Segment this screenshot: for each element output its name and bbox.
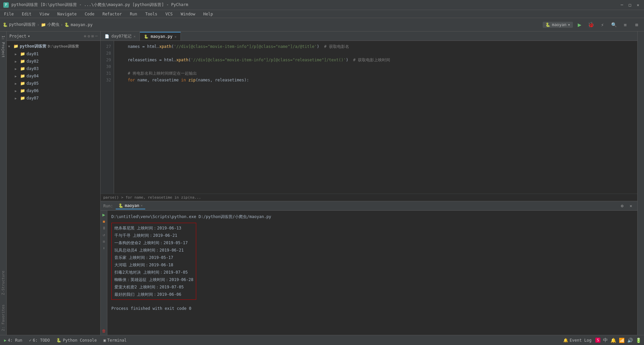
tab-maoyan[interactable]: 🐍 maoyan.py ✕	[140, 32, 181, 41]
folder-day01[interactable]: ▶ 📁 day01	[7, 50, 100, 58]
run-panel: Run: 🐍 maoyan ✕ ⚙ ✕ ▶ ◼ ⏸	[101, 201, 637, 335]
toolbar-folder-icon: 📁	[41, 22, 46, 27]
code-lines[interactable]: names = html.xpath('//div[@class="movie-…	[114, 41, 637, 194]
expand-icon[interactable]: ⊞	[92, 34, 94, 39]
folder-day02[interactable]: ▶ 📁 day02	[7, 58, 100, 65]
terminal-button[interactable]: ▣ Terminal	[102, 337, 128, 343]
locate-icon[interactable]: ⊕	[84, 34, 86, 39]
day02-label: day02	[26, 59, 39, 64]
root-name: python训练营	[20, 44, 46, 49]
event-log-button[interactable]: 🔔 Event Log	[562, 337, 593, 343]
run-scroll-button[interactable]: ⬇	[101, 246, 107, 251]
collapse-icon[interactable]: ─	[95, 34, 98, 39]
folder-day03[interactable]: ▶ 📁 day03	[7, 65, 100, 72]
bottom-bar: ▶ 4: Run ✓ 6: TODO 🐍 Python Console ▣ Te…	[0, 335, 644, 345]
run-coverage-button[interactable]: ⚡	[598, 20, 607, 29]
breadcrumb-bar: parse() > for name, releasetime in zip(n…	[101, 194, 637, 201]
toolbar-project-name[interactable]: python训练营	[9, 22, 36, 27]
code-line-31: # 将电影名和上映时间绑定在一起输出	[118, 70, 633, 77]
todo-button[interactable]: ✓ 6: TODO	[28, 337, 51, 343]
sogou-badge: S	[595, 338, 600, 343]
favorites-tab[interactable]: 2: Favorites	[0, 303, 6, 332]
debug-button[interactable]: 🐞	[586, 20, 596, 29]
run-tab-close[interactable]: ✕	[141, 204, 143, 207]
project-header: Project ▾ ⊕ ⚙ ⊞ ─	[7, 31, 100, 41]
run-rerun-button[interactable]: ↺	[101, 232, 107, 237]
menu-navigate[interactable]: Navigate	[56, 11, 78, 17]
toolbar-breadcrumb1[interactable]: 小爬虫	[47, 22, 59, 27]
window-controls[interactable]: ─ □ ✕	[619, 2, 641, 8]
battery-icon[interactable]: 🔋	[636, 338, 641, 343]
run-button[interactable]: ▶	[575, 20, 584, 29]
menu-view[interactable]: View	[38, 11, 51, 17]
python-console-label: Python Console	[63, 338, 97, 343]
folder-day07[interactable]: ▶ 📁 day07	[7, 94, 100, 102]
day07-icon: 📁	[20, 96, 25, 100]
run-indicator-icon: ▶	[4, 338, 6, 343]
run-command: D:\untitled\venv\Scripts\python.exe D:/p…	[111, 213, 633, 220]
code-view: 27 28 29 30 31 32 names = html.xpath('//…	[101, 41, 637, 201]
run-delete-button[interactable]: 🗑	[101, 328, 107, 334]
output-line-4: 玩具总动员4 上映时间：2019-06-21	[114, 247, 193, 254]
day06-expand: ▶	[15, 89, 19, 93]
run-tab-maoyan[interactable]: 🐍 maoyan ✕	[116, 203, 145, 209]
settings-icon[interactable]: ⚙	[88, 34, 90, 39]
toolbar-breadcrumb: 🐍 python训练营 › 📁 小爬虫 › 🐍 maoyan.py	[3, 22, 93, 27]
close-button[interactable]: ✕	[635, 2, 641, 8]
menu-window[interactable]: Window	[179, 11, 197, 17]
run-close-button[interactable]: ✕	[627, 202, 635, 210]
menu-vcs[interactable]: VCS	[164, 11, 174, 17]
python-console-button[interactable]: 🐍 Python Console	[55, 337, 98, 343]
folder-day06[interactable]: ▶ 📁 day06	[7, 87, 100, 94]
menu-file[interactable]: File	[3, 11, 15, 17]
breadcrumb-content: parse() > for name, releasetime in zip(n…	[103, 195, 201, 200]
project-tab[interactable]: 1: Project	[0, 34, 6, 59]
run-label: Run:	[103, 204, 113, 208]
project-root[interactable]: ▼ 📁 python训练营 D:\python训练营	[7, 42, 100, 50]
run-tab-icon: 🐍	[118, 203, 123, 208]
menu-tools[interactable]: Tools	[144, 11, 159, 17]
run-play-button[interactable]: ▶	[101, 212, 107, 217]
output-line-10: 最好的我们 上映时间：2019-06-06	[114, 291, 193, 298]
dropdown-icon[interactable]: ▾	[28, 34, 30, 39]
maximize-button[interactable]: □	[627, 2, 633, 8]
structure-tab[interactable]: Z-Structure	[0, 269, 6, 296]
minimize-button[interactable]: ─	[619, 2, 625, 8]
run-config-selector[interactable]: 🐍 maoyan ▾	[543, 22, 573, 28]
run-filter-button[interactable]: ≡	[101, 239, 107, 244]
day05-expand: ▶	[15, 82, 19, 85]
project-label: Project	[9, 34, 26, 39]
run-stop-button[interactable]: ◼	[101, 219, 107, 224]
toolbar-project-icon: 🐍	[3, 22, 8, 27]
settings-button[interactable]: ≡	[621, 20, 630, 29]
volume-icon[interactable]: 🔊	[627, 338, 633, 343]
toolbar-breadcrumb2[interactable]: maoyan.py	[71, 22, 93, 27]
menu-run[interactable]: Run	[128, 11, 139, 17]
search-everywhere-button[interactable]: 🔍	[609, 20, 619, 29]
day07-expand: ▶	[15, 96, 19, 100]
run-settings-button[interactable]: ⚙	[619, 202, 626, 210]
tab-day07-icon: 📄	[105, 34, 109, 39]
code-line-32: for name, releasetime in zip(names, rele…	[118, 77, 633, 84]
menu-help[interactable]: Help	[202, 11, 214, 17]
menu-refactor[interactable]: Refactor	[101, 11, 123, 17]
tab-day07[interactable]: 📄 day07笔记 ✕	[101, 32, 140, 41]
day03-label: day03	[26, 66, 39, 71]
run-pause-button[interactable]: ⏸	[101, 225, 107, 231]
input-method-icon[interactable]: 中	[603, 337, 608, 343]
menu-edit[interactable]: Edit	[20, 11, 33, 17]
tab-maoyan-close[interactable]: ✕	[174, 35, 176, 39]
folder-day04[interactable]: ▶ 📁 day04	[7, 72, 100, 80]
terminal-icon: ▣	[104, 338, 106, 343]
network-icon[interactable]: 📶	[619, 338, 625, 343]
tab-day07-close[interactable]: ✕	[133, 34, 136, 38]
folder-day05[interactable]: ▶ 📁 day05	[7, 80, 100, 87]
menu-code[interactable]: Code	[84, 11, 96, 17]
right-sidebar	[637, 31, 644, 335]
day05-icon: 📁	[20, 81, 25, 86]
root-folder-icon: 📁	[13, 44, 18, 49]
notification-icon[interactable]: 🔔	[610, 338, 616, 343]
project-header-icons: ⊕ ⚙ ⊞ ─	[84, 34, 98, 39]
run-bottom-button[interactable]: ▶ 4: Run	[3, 337, 24, 343]
toolbar-more-button[interactable]: ⊞	[632, 20, 641, 29]
